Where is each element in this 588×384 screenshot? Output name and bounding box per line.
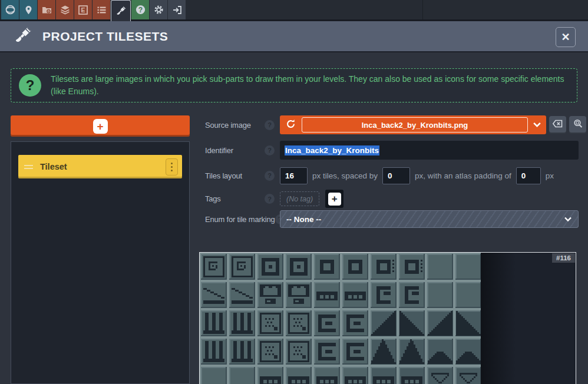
- settings-gear-icon: [153, 4, 164, 15]
- help-button[interactable]: ?: [131, 0, 149, 19]
- plus-icon: +: [93, 119, 108, 134]
- magnifier-file-icon: [573, 118, 583, 131]
- reload-image-button[interactable]: [280, 115, 302, 134]
- source-image-row: Source image ? Inca_back2_by_Kronbits.pn…: [205, 115, 586, 134]
- identifier-input[interactable]: Inca_back2_by_Kronbits: [280, 141, 579, 160]
- clear-source-image-button[interactable]: [549, 116, 566, 134]
- chevron-down-icon: [533, 120, 541, 130]
- help-circle-icon[interactable]: ?: [265, 145, 275, 155]
- add-tileset-button[interactable]: +: [11, 115, 190, 137]
- source-image-dropdown-button[interactable]: [528, 115, 546, 134]
- info-box: ? Tilesets are large images in which you…: [11, 68, 577, 102]
- tile-size-input[interactable]: [280, 167, 308, 184]
- identifier-selected-text: Inca_back2_by_Kronbits: [285, 145, 379, 155]
- enum-marking-row: Enum for tile marking ? -- None --: [205, 210, 579, 228]
- identifier-label: Identifier: [205, 146, 233, 155]
- toolbar-divider: [422, 0, 423, 19]
- layers-icon: [60, 5, 71, 15]
- tiles-layout-text-1: px tiles, spaced by: [312, 171, 378, 180]
- help-circle-icon[interactable]: ?: [265, 120, 275, 130]
- entity-icon: E: [78, 5, 88, 15]
- exit-icon: [171, 5, 183, 15]
- help-circle-icon[interactable]: ?: [265, 194, 275, 204]
- chevron-down-icon: [564, 215, 572, 224]
- help-circle-icon[interactable]: ?: [265, 171, 275, 181]
- close-button[interactable]: ✕: [556, 27, 576, 47]
- list-icon: [96, 5, 107, 15]
- backspace-clear-icon: [552, 119, 563, 131]
- tileset-item-label: Tileset: [40, 162, 166, 171]
- tileset-preview-panel: #116: [199, 252, 576, 384]
- panel-header: PROJECT TILESETS ✕: [0, 21, 588, 52]
- enum-selected-value: -- None --: [286, 215, 564, 224]
- project-folder-icon: [41, 5, 52, 15]
- tags-row: Tags ? (No tag) +: [205, 190, 343, 208]
- enum-marking-select[interactable]: -- None --: [280, 210, 579, 228]
- source-image-filename: Inca_back2_by_Kronbits.png: [362, 121, 468, 130]
- tile-count-badge: #116: [552, 253, 575, 263]
- source-image-control: Inca_back2_by_Kronbits.png: [280, 115, 546, 134]
- world-button[interactable]: [1, 0, 19, 19]
- svg-text:E: E: [81, 6, 85, 14]
- tiles-layout-text-2: px, with an atlas padding of: [415, 171, 511, 180]
- project-button[interactable]: [38, 0, 55, 19]
- preview-empty-area: [481, 253, 516, 384]
- tilesets-button-selected[interactable]: [111, 0, 131, 21]
- info-text: Tilesets are large images in which you p…: [51, 73, 569, 98]
- info-help-icon: ?: [19, 74, 41, 97]
- close-icon: ✕: [561, 31, 570, 44]
- ldtk-window: E ?: [0, 0, 588, 384]
- tileset-preview-image[interactable]: [200, 253, 481, 384]
- world-icon: [5, 4, 16, 15]
- no-tag-chip: (No tag): [280, 191, 319, 206]
- tileset-list-item-selected[interactable]: Tileset: [18, 155, 182, 178]
- add-tag-button[interactable]: +: [325, 190, 343, 208]
- settings-button[interactable]: [150, 0, 167, 19]
- source-image-label: Source image: [205, 121, 251, 130]
- source-image-picker[interactable]: Inca_back2_by_Kronbits.png: [302, 117, 528, 133]
- atlas-padding-input[interactable]: [516, 167, 541, 184]
- entities-button[interactable]: E: [74, 0, 92, 19]
- enums-button[interactable]: [93, 0, 110, 19]
- page-title: PROJECT TILESETS: [42, 29, 168, 44]
- tags-label: Tags: [205, 194, 221, 203]
- tileset-list-panel: Tileset: [11, 141, 190, 384]
- identifier-row: Identifier ? Inca_back2_by_Kronbits: [205, 141, 579, 160]
- locate-file-button[interactable]: [569, 116, 586, 134]
- tiles-layout-text-3: px: [546, 171, 554, 180]
- exit-button[interactable]: [168, 0, 186, 19]
- tile-spacing-input[interactable]: [382, 167, 410, 184]
- layers-button[interactable]: [56, 0, 74, 19]
- levels-button[interactable]: [19, 0, 37, 19]
- top-toolbar: E ?: [0, 0, 588, 21]
- panel-brush-icon: [12, 25, 34, 48]
- tiles-layout-label: Tiles layout: [205, 171, 242, 180]
- svg-text:?: ?: [138, 6, 142, 14]
- enum-marking-label: Enum for tile marking: [205, 215, 275, 224]
- drag-handle-icon[interactable]: [24, 163, 33, 171]
- plus-icon: +: [328, 193, 341, 206]
- tiles-layout-row: Tiles layout ? px tiles, spaced by px, w…: [205, 167, 554, 184]
- map-pin-icon: [24, 5, 34, 15]
- refresh-icon: [285, 118, 296, 132]
- item-menu-button[interactable]: [166, 158, 178, 176]
- help-icon: ?: [135, 4, 146, 15]
- tileset-brush-icon: [115, 5, 127, 17]
